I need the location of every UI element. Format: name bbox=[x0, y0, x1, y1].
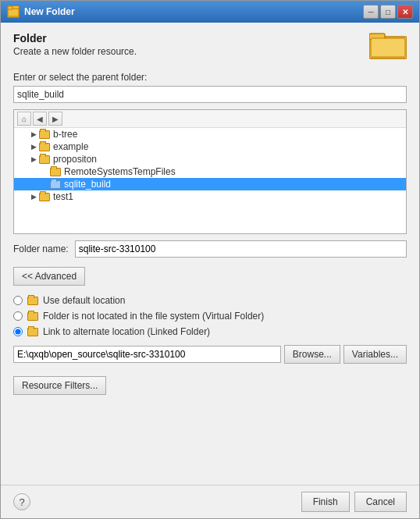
maximize-button[interactable]: □ bbox=[380, 5, 396, 19]
expand-icon-example: ▶ bbox=[28, 141, 39, 152]
radio-virtual[interactable] bbox=[13, 311, 23, 321]
header-section: Folder Create a new folder resource. bbox=[13, 32, 407, 62]
window-icon bbox=[7, 5, 20, 18]
tree-items: ▶ b-tree ▶ example ▶ propositon bbox=[14, 128, 406, 203]
radio-group: Use default location Folder is not locat… bbox=[13, 295, 407, 337]
folder-icon-virtual bbox=[27, 312, 38, 321]
folder-icon-linked bbox=[27, 328, 38, 336]
radio-row-virtual: Folder is not located in the file system… bbox=[13, 311, 407, 322]
browse-button[interactable]: Browse... bbox=[284, 345, 340, 364]
radio-default[interactable] bbox=[13, 296, 23, 305]
finish-button[interactable]: Finish bbox=[301, 492, 350, 512]
window-title: New Folder bbox=[24, 6, 363, 17]
section-title: Folder bbox=[13, 32, 137, 44]
dialog-content: Folder Create a new folder resource. Ent… bbox=[1, 23, 419, 485]
variables-button[interactable]: Variables... bbox=[343, 345, 407, 364]
help-button[interactable]: ? bbox=[13, 493, 30, 510]
bottom-right-buttons: Finish Cancel bbox=[301, 492, 407, 512]
parent-folder-label: Enter or select the parent folder: bbox=[13, 72, 407, 83]
folder-icon-remotesystems bbox=[50, 168, 61, 176]
folder-name-input[interactable] bbox=[75, 240, 407, 258]
folder-name-section: Folder name: bbox=[13, 240, 407, 258]
radio-default-label: Use default location bbox=[43, 295, 125, 306]
folder-icon-default bbox=[27, 297, 38, 305]
tree-view: ⌂ ◀ ▶ ▶ b-tree ▶ example bbox=[13, 109, 407, 234]
tree-back-button[interactable]: ◀ bbox=[33, 112, 47, 126]
parent-folder-input[interactable] bbox=[13, 86, 407, 103]
tree-label-btree: b-tree bbox=[53, 129, 77, 140]
folder-icon-example bbox=[39, 143, 50, 151]
radio-virtual-label: Folder is not located in the file system… bbox=[43, 311, 264, 322]
new-folder-dialog: New Folder ─ □ ✕ Folder Create a new fol… bbox=[0, 0, 420, 519]
expand-icon-propositon: ▶ bbox=[28, 154, 39, 165]
window-body: Folder Create a new folder resource. Ent… bbox=[1, 23, 419, 518]
close-button[interactable]: ✕ bbox=[397, 5, 413, 19]
tree-item-example[interactable]: ▶ example bbox=[14, 140, 406, 153]
tree-home-button[interactable]: ⌂ bbox=[17, 112, 31, 126]
parent-folder-section: Enter or select the parent folder: bbox=[13, 72, 407, 103]
folder-icon-sqlite-build bbox=[50, 180, 61, 189]
radio-row-linked: Link to alternate location (Linked Folde… bbox=[13, 326, 407, 337]
tree-label-sqlite-build: sqlite_build bbox=[64, 179, 111, 190]
tree-item-remotesystems[interactable]: ▶ RemoteSystemsTempFiles bbox=[14, 165, 406, 178]
radio-row-default: Use default location bbox=[13, 295, 407, 306]
resource-filters-section: Resource Filters... bbox=[13, 376, 407, 395]
radio-linked[interactable] bbox=[13, 327, 23, 336]
advanced-button[interactable]: << Advanced bbox=[13, 267, 85, 286]
tree-item-btree[interactable]: ▶ b-tree bbox=[14, 128, 406, 140]
tree-toolbar: ⌂ ◀ ▶ bbox=[14, 110, 406, 128]
section-subtitle: Create a new folder resource. bbox=[13, 46, 137, 57]
tree-label-test1: test1 bbox=[53, 191, 73, 202]
radio-linked-label: Link to alternate location (Linked Folde… bbox=[43, 326, 210, 337]
folder-icon-large bbox=[369, 29, 407, 62]
advanced-section: << Advanced bbox=[13, 267, 407, 286]
folder-icon-test1 bbox=[39, 193, 50, 201]
tree-item-sqlite-build[interactable]: ▶ sqlite_build bbox=[14, 178, 406, 190]
folder-name-label: Folder name: bbox=[13, 244, 69, 254]
window-controls: ─ □ ✕ bbox=[363, 5, 413, 19]
tree-label-remotesystems: RemoteSystemsTempFiles bbox=[64, 166, 176, 177]
tree-item-propositon[interactable]: ▶ propositon bbox=[14, 153, 406, 165]
svg-rect-4 bbox=[371, 38, 405, 57]
cancel-button[interactable]: Cancel bbox=[354, 492, 407, 512]
svg-rect-1 bbox=[8, 6, 12, 9]
tree-forward-button[interactable]: ▶ bbox=[48, 112, 62, 126]
title-bar: New Folder ─ □ ✕ bbox=[1, 1, 419, 23]
tree-item-test1[interactable]: ▶ test1 bbox=[14, 190, 406, 203]
minimize-button[interactable]: ─ bbox=[363, 5, 379, 19]
path-section: Browse... Variables... bbox=[13, 345, 407, 364]
folder-icon-propositon bbox=[39, 155, 50, 164]
tree-label-example: example bbox=[53, 141, 88, 152]
folder-icon-btree bbox=[39, 130, 50, 139]
bottom-bar: ? Finish Cancel bbox=[1, 485, 419, 518]
expand-icon-test1: ▶ bbox=[28, 191, 39, 202]
tree-label-propositon: propositon bbox=[53, 154, 97, 165]
expand-icon-btree: ▶ bbox=[28, 129, 39, 140]
resource-filters-button[interactable]: Resource Filters... bbox=[13, 376, 106, 395]
path-input[interactable] bbox=[13, 346, 281, 363]
